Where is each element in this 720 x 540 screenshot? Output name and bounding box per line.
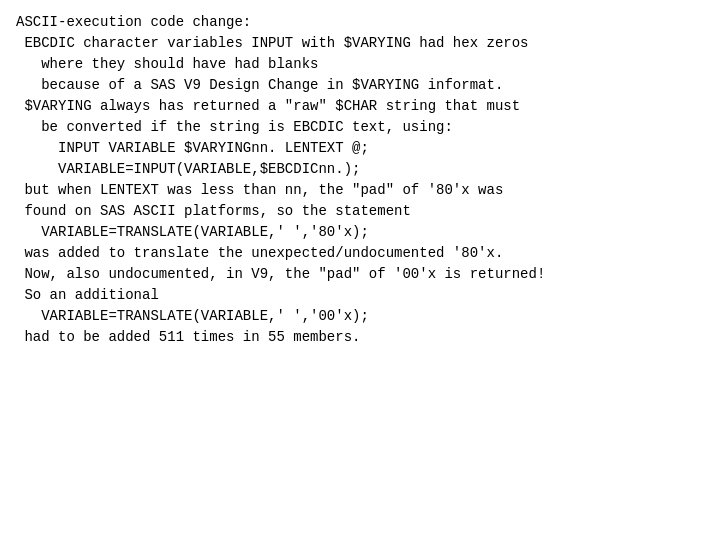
code-content: ASCII-execution code change: EBCDIC char…	[16, 12, 704, 348]
